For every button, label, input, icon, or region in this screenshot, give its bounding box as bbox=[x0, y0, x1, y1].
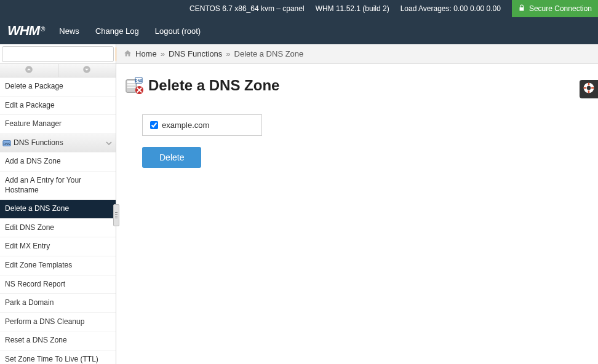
search-row bbox=[0, 44, 116, 64]
delete-form: example.com Delete bbox=[142, 114, 589, 168]
arrow-down-circle-icon bbox=[82, 65, 91, 76]
sidebar-item[interactable]: Delete a Package bbox=[0, 77, 116, 97]
sidebar-item[interactable]: Set Zone Time To Live (TTL) bbox=[0, 350, 116, 364]
collapse-all-button[interactable] bbox=[0, 64, 58, 77]
sidebar-item-label: Add an A Entry for Your Hostname bbox=[5, 176, 111, 195]
expand-all-button[interactable] bbox=[58, 64, 116, 77]
status-load: Load Averages: 0.00 0.00 0.00 bbox=[401, 4, 501, 13]
home-icon bbox=[124, 49, 132, 59]
secure-connection-label: Secure Connection bbox=[529, 4, 592, 13]
sidebar-item[interactable]: Delete a DNS Zone bbox=[0, 200, 116, 219]
breadcrumb-home[interactable]: Home bbox=[135, 49, 157, 58]
help-button[interactable] bbox=[580, 80, 598, 98]
domain-row: example.com bbox=[142, 114, 262, 136]
sidebar-item-label: Edit DNS Zone bbox=[5, 223, 54, 233]
svg-text:DNS: DNS bbox=[3, 141, 10, 145]
sidebar-item-label: Delete a DNS Zone bbox=[5, 204, 69, 214]
sidebar-item[interactable]: Add an A Entry for Your Hostname bbox=[0, 172, 116, 200]
svg-rect-6 bbox=[127, 84, 135, 85]
sidebar-section[interactable]: DNSDNS Functions bbox=[0, 134, 116, 153]
sidebar-item[interactable]: Add a DNS Zone bbox=[0, 152, 116, 172]
arrow-up-circle-icon bbox=[25, 65, 33, 76]
delete-button[interactable]: Delete bbox=[142, 147, 201, 168]
sidebar-item-label: Add a DNS Zone bbox=[5, 157, 61, 167]
sidebar-item-label: Set Zone Time To Live (TTL) bbox=[5, 355, 98, 364]
sidebar-item[interactable]: NS Record Report bbox=[0, 275, 116, 295]
nav-logout[interactable]: Logout (root) bbox=[155, 26, 201, 36]
chevron-down-icon bbox=[106, 140, 112, 146]
sidebar-item-label: Edit Zone Templates bbox=[5, 261, 72, 271]
sidebar-list[interactable]: Delete a PackageEdit a PackageFeature Ma… bbox=[0, 77, 116, 364]
collapse-expand-row bbox=[0, 64, 116, 77]
svg-rect-7 bbox=[127, 87, 135, 88]
whm-logo[interactable]: WHM® bbox=[7, 23, 44, 39]
sidebar-item-label: Reset a DNS Zone bbox=[5, 336, 67, 346]
sidebar-item[interactable]: Park a Domain bbox=[0, 294, 116, 313]
sidebar-item[interactable]: Edit Zone Templates bbox=[0, 256, 116, 275]
svg-rect-5 bbox=[127, 81, 135, 84]
sidebar-item-label: Feature Manager bbox=[5, 119, 62, 129]
page-title: Delete a DNS Zone bbox=[148, 77, 279, 94]
sidebar-item[interactable]: Reset a DNS Zone bbox=[0, 331, 116, 350]
breadcrumb: Home » DNS Functions » Delete a DNS Zone bbox=[116, 44, 598, 64]
sidebar-item[interactable]: Edit MX Entry bbox=[0, 237, 116, 256]
sidebar-item[interactable]: Edit DNS Zone bbox=[0, 219, 116, 238]
sidebar-item-label: NS Record Report bbox=[5, 280, 65, 290]
sidebar-item-label: DNS Functions bbox=[14, 138, 63, 148]
sidebar-item[interactable]: Edit a Package bbox=[0, 97, 116, 116]
sidebar-item-label: Edit MX Entry bbox=[5, 242, 50, 251]
svg-text:DNS: DNS bbox=[135, 79, 143, 82]
sidebar: Delete a PackageEdit a PackageFeature Ma… bbox=[0, 44, 116, 364]
dns-delete-icon: DNS bbox=[125, 76, 143, 95]
nav-changelog[interactable]: Change Log bbox=[95, 26, 139, 36]
sidebar-item-label: Edit a Package bbox=[5, 101, 55, 111]
status-bar: CENTOS 6.7 x86_64 kvm – cpanel WHM 11.52… bbox=[0, 0, 598, 17]
status-whm: WHM 11.52.1 (build 2) bbox=[316, 4, 389, 13]
breadcrumb-section[interactable]: DNS Functions bbox=[169, 49, 222, 58]
nav-bar: WHM® News Change Log Logout (root) bbox=[0, 17, 598, 44]
domain-label: example.com bbox=[162, 121, 209, 130]
lock-icon bbox=[518, 4, 525, 14]
dns-section-icon: DNS bbox=[2, 139, 11, 148]
content-area: Home » DNS Functions » Delete a DNS Zone… bbox=[116, 44, 598, 364]
search-input[interactable] bbox=[2, 46, 114, 62]
page-title-row: DNS Delete a DNS Zone bbox=[125, 76, 589, 95]
sidebar-item-label: Delete a Package bbox=[5, 82, 63, 92]
sidebar-item-label: Perform a DNS Cleanup bbox=[5, 317, 84, 327]
svg-point-12 bbox=[587, 86, 591, 90]
sidebar-item-label: Park a Domain bbox=[5, 298, 54, 308]
status-os: CENTOS 6.7 x86_64 kvm – cpanel bbox=[189, 4, 305, 13]
sidebar-item[interactable]: Perform a DNS Cleanup bbox=[0, 313, 116, 332]
breadcrumb-page: Delete a DNS Zone bbox=[234, 49, 304, 58]
sidebar-item[interactable]: Feature Manager bbox=[0, 115, 116, 134]
nav-news[interactable]: News bbox=[59, 26, 79, 36]
secure-connection-button[interactable]: Secure Connection bbox=[512, 0, 598, 17]
lifebuoy-icon bbox=[583, 82, 595, 97]
domain-checkbox[interactable] bbox=[150, 121, 158, 129]
